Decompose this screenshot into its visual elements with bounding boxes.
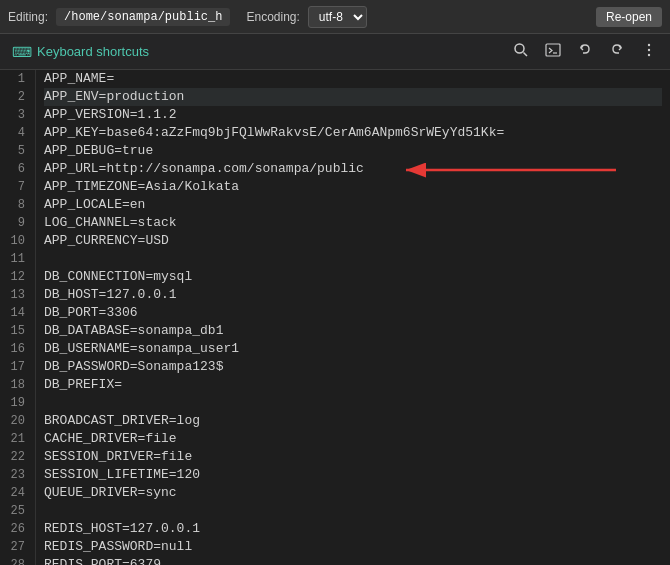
code-line: APP_TIMEZONE=Asia/Kolkata [44,178,662,196]
line-number: 3 [8,106,25,124]
redo-button[interactable] [602,38,632,65]
encoding-label: Encoding: [246,10,299,24]
encoding-select[interactable]: utf-8 [308,6,367,28]
code-line: APP_DEBUG=true [44,142,662,160]
code-line: APP_ENV=production [44,88,662,106]
line-number: 9 [8,214,25,232]
code-line: DB_CONNECTION=mysql [44,268,662,286]
code-line: QUEUE_DRIVER=sync [44,484,662,502]
line-number: 15 [8,322,25,340]
code-line: SESSION_DRIVER=file [44,448,662,466]
file-path: /home/sonampa/public_h [56,8,230,26]
keyboard-shortcuts-button[interactable]: ⌨ Keyboard shortcuts [6,40,155,64]
line-number: 4 [8,124,25,142]
toolbar: ⌨ Keyboard shortcuts [0,34,670,70]
svg-point-4 [648,44,650,46]
line-number: 21 [8,430,25,448]
line-number: 8 [8,196,25,214]
line-number: 26 [8,520,25,538]
editor: 1234567891011121314151617181920212223242… [0,70,670,565]
code-line: LOG_CHANNEL=stack [44,214,662,232]
code-line [44,502,662,520]
line-number: 25 [8,502,25,520]
terminal-button[interactable] [538,38,568,65]
svg-point-0 [515,44,524,53]
code-line: APP_URL=http://sonampa.com/sonampa/publi… [44,160,662,178]
more-button[interactable] [634,38,664,65]
toolbar-right [506,38,664,65]
code-line: REDIS_HOST=127.0.0.1 [44,520,662,538]
code-line: DB_USERNAME=sonampa_user1 [44,340,662,358]
more-icon [641,42,657,58]
reopen-button[interactable]: Re-open [596,7,662,27]
line-number: 11 [8,250,25,268]
code-line: CACHE_DRIVER=file [44,430,662,448]
line-number: 17 [8,358,25,376]
search-button[interactable] [506,38,536,65]
line-number: 13 [8,286,25,304]
line-number: 20 [8,412,25,430]
undo-icon [577,42,593,58]
undo-button[interactable] [570,38,600,65]
redo-icon [609,42,625,58]
svg-line-1 [524,53,528,57]
code-line: APP_VERSION=1.1.2 [44,106,662,124]
line-number: 6 [8,160,25,178]
keyboard-shortcuts-label: Keyboard shortcuts [37,44,149,59]
line-number: 2 [8,88,25,106]
line-number: 24 [8,484,25,502]
line-number: 28 [8,556,25,565]
code-line: REDIS_PORT=6379 [44,556,662,565]
code-line: APP_NAME= [44,70,662,88]
code-line: DB_HOST=127.0.0.1 [44,286,662,304]
line-numbers: 1234567891011121314151617181920212223242… [0,70,36,565]
line-number: 5 [8,142,25,160]
editing-label: Editing: [8,10,48,24]
code-line: DB_PASSWORD=Sonampa123$ [44,358,662,376]
svg-point-6 [648,54,650,56]
code-line: DB_DATABASE=sonampa_db1 [44,322,662,340]
code-line: APP_LOCALE=en [44,196,662,214]
line-number: 23 [8,466,25,484]
line-number: 22 [8,448,25,466]
svg-point-5 [648,49,650,51]
code-line: APP_KEY=base64:aZzFmq9bjFQlWwRakvsE/CerA… [44,124,662,142]
code-line [44,394,662,412]
terminal-icon [545,42,561,58]
line-number: 19 [8,394,25,412]
search-icon [513,42,529,58]
line-number: 18 [8,376,25,394]
line-number: 10 [8,232,25,250]
svg-rect-2 [546,44,560,56]
code-line: BROADCAST_DRIVER=log [44,412,662,430]
keyboard-icon: ⌨ [12,44,32,60]
code-line: DB_PREFIX= [44,376,662,394]
line-number: 12 [8,268,25,286]
line-number: 27 [8,538,25,556]
code-line [44,250,662,268]
code-content: APP_NAME=APP_ENV=productionAPP_VERSION=1… [36,70,670,565]
line-number: 16 [8,340,25,358]
line-number: 1 [8,70,25,88]
code-line: REDIS_PASSWORD=null [44,538,662,556]
line-number: 7 [8,178,25,196]
line-number: 14 [8,304,25,322]
top-bar: Editing: /home/sonampa/public_h Encoding… [0,0,670,34]
code-line: APP_CURRENCY=USD [44,232,662,250]
code-line: DB_PORT=3306 [44,304,662,322]
code-line: SESSION_LIFETIME=120 [44,466,662,484]
